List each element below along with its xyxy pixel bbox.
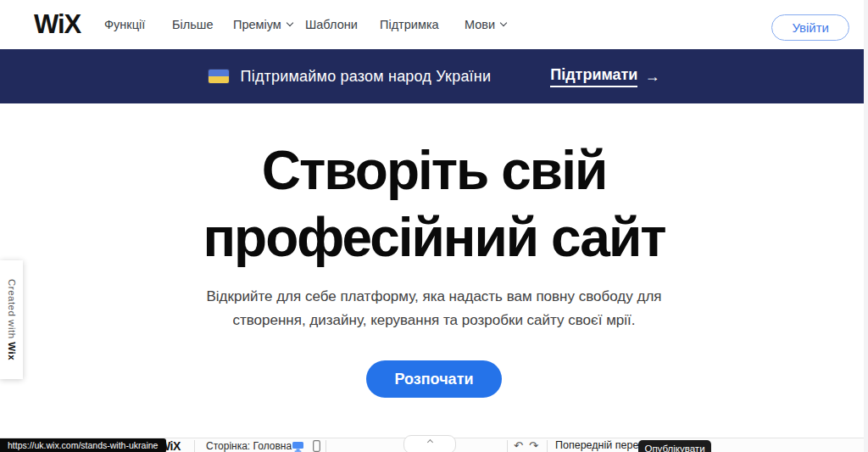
nav-item-languages[interactable]: Мови <box>465 0 506 49</box>
page-selector-dropdown[interactable]: Сторінка: Головна <box>206 438 303 452</box>
arrow-right-icon: → <box>644 68 659 86</box>
wix-homepage: WiX Функції Більше Преміум Шаблони Підтр… <box>0 0 868 452</box>
hero-title: Створіть свій професійний сайт <box>0 137 868 271</box>
ukraine-support-banner: Підтримаймо разом народ України Підтрима… <box>0 49 868 103</box>
divider <box>326 440 326 452</box>
nav-item-features[interactable]: Функції <box>104 0 145 49</box>
wix-brand-label: Wix <box>7 342 17 360</box>
get-started-button[interactable]: Розпочати <box>366 360 501 398</box>
created-with-label: Created with <box>7 279 17 342</box>
collapse-handle[interactable] <box>403 435 456 452</box>
editor-toolbar: WiX Сторінка: Головна ↶ ↷ Попередній пер… <box>0 438 868 452</box>
chevron-down-icon <box>287 20 293 26</box>
nav-item-support[interactable]: Підтримка <box>380 0 439 49</box>
ukraine-flag-icon <box>209 70 229 83</box>
publish-button[interactable]: Опублікувати <box>638 440 711 452</box>
chevron-up-icon <box>426 439 432 445</box>
redo-icon[interactable]: ↷ <box>529 439 538 452</box>
login-button[interactable]: Увійти <box>771 14 849 41</box>
chevron-down-icon <box>500 20 507 26</box>
device-switcher <box>292 440 320 452</box>
divider <box>194 440 195 452</box>
top-navigation: WiX Функції Більше Преміум Шаблони Підтр… <box>0 0 868 49</box>
history-controls: ↶ ↷ <box>514 438 538 452</box>
nav-item-more[interactable]: Більше <box>172 0 213 49</box>
scrollbar-track[interactable] <box>864 0 868 452</box>
desktop-icon[interactable] <box>292 441 304 452</box>
wix-logo[interactable]: WiX <box>34 8 81 42</box>
support-link[interactable]: Підтримати → <box>550 66 659 87</box>
nav-item-premium[interactable]: Преміум <box>233 0 292 49</box>
status-url: https://uk.wix.com/stands-with-ukraine <box>0 438 166 452</box>
undo-icon[interactable]: ↶ <box>514 439 523 452</box>
created-with-wix-tab[interactable]: Created with Wix <box>0 260 23 379</box>
mobile-icon[interactable] <box>313 440 320 452</box>
nav-item-templates[interactable]: Шаблони <box>305 0 358 49</box>
banner-text: Підтримаймо разом народ України <box>241 68 492 86</box>
hero-section: Створіть свій професійний сайт Відкрийте… <box>0 103 868 398</box>
divider <box>547 440 548 452</box>
hero-subtitle: Відкрийте для себе платформу, яка надаст… <box>0 285 868 332</box>
banner-message: Підтримаймо разом народ України <box>209 68 492 86</box>
divider <box>507 440 508 452</box>
